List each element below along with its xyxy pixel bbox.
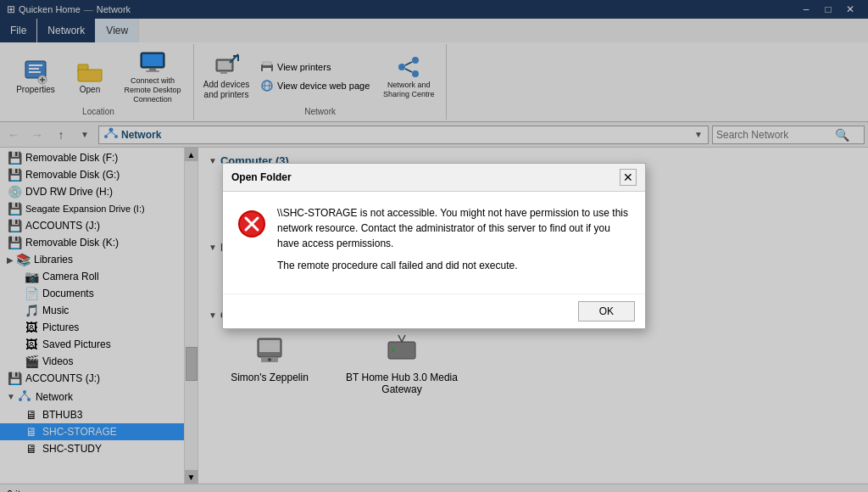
dialog-text-content: \\SHC-STORAGE is not accessible. You mig…	[277, 205, 632, 280]
dialog-overlay: Open Folder ✕ \\SHC-STORAGE is not acces…	[0, 0, 868, 492]
dialog-message1: \\SHC-STORAGE is not accessible. You mig…	[277, 205, 632, 251]
dialog-body: \\SHC-STORAGE is not accessible. You mig…	[223, 192, 645, 294]
error-icon	[236, 209, 267, 280]
dialog-ok-button[interactable]: OK	[578, 301, 635, 321]
dialog-title: Open Folder	[231, 171, 292, 183]
dialog-message2: The remote procedure call failed and did…	[277, 258, 632, 273]
dialog-close-button[interactable]: ✕	[620, 169, 637, 186]
open-folder-dialog: Open Folder ✕ \\SHC-STORAGE is not acces…	[222, 163, 646, 329]
dialog-footer: OK	[223, 294, 645, 328]
dialog-title-bar: Open Folder ✕	[223, 164, 645, 192]
